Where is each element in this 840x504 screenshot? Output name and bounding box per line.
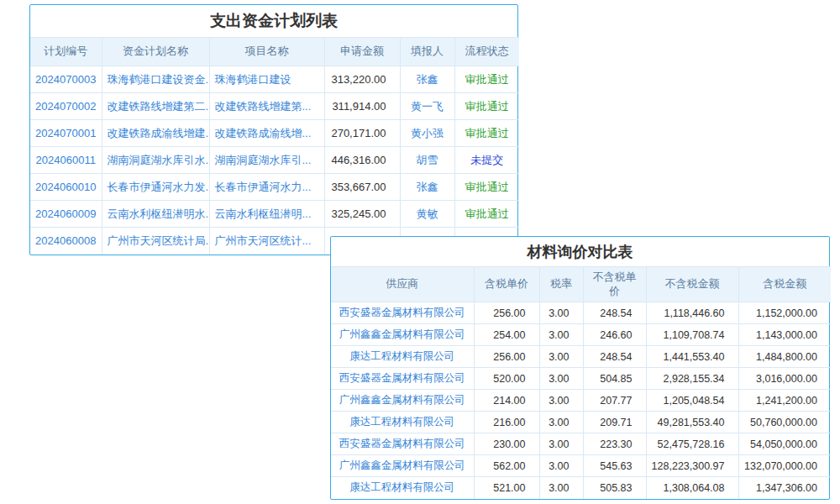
column-header: 申请金额 xyxy=(324,38,400,66)
plan-no-link[interactable]: 2024070002 xyxy=(30,93,102,120)
supplier-link[interactable]: 康达工程材料有限公司 xyxy=(331,477,474,499)
reporter-cell: 黄敏 xyxy=(400,201,454,228)
amount-excl-cell: 49,281,553.40 xyxy=(646,412,738,433)
fund-plan-name-link[interactable]: 改建铁路线增建第二... xyxy=(102,93,209,120)
supplier-link[interactable]: 广州鑫鑫金属材料有限公司 xyxy=(331,390,474,412)
amount-incl-cell: 1,241,200.00 xyxy=(738,390,831,412)
fund-plan-name-link[interactable]: 湖南洞庭湖水库引水... xyxy=(102,147,209,174)
table-row: 康达工程材料有限公司216.003.00209.7149,281,553.405… xyxy=(331,412,831,433)
table-row: 2024070001改建铁路成渝线增建...改建铁路成渝线增...270,171… xyxy=(30,120,519,147)
tax-rate-cell: 3.00 xyxy=(539,455,583,477)
table-row: 康达工程材料有限公司521.003.00505.831,308,064.081,… xyxy=(331,477,831,499)
fund-plan-name-link[interactable]: 广州市天河区统计局... xyxy=(102,228,209,255)
project-name-link[interactable]: 云南水利枢纽潜明... xyxy=(209,201,324,228)
table-row: 2024060011湖南洞庭湖水库引水...湖南洞庭湖水库引...446,316… xyxy=(30,147,519,174)
supplier-link[interactable]: 广州鑫鑫金属材料有限公司 xyxy=(331,324,474,346)
project-name-link[interactable]: 广州市天河区统计... xyxy=(209,228,324,255)
amount-cell: 325,245.00 xyxy=(324,201,400,228)
column-header: 项目名称 xyxy=(209,38,324,66)
expenditure-plan-card: 支出资金计划列表 计划编号资金计划名称项目名称申请金额填报人流程状态 20240… xyxy=(29,4,518,255)
plan-no-link[interactable]: 2024060008 xyxy=(30,228,102,255)
reporter-cell: 张鑫 xyxy=(400,66,454,93)
unit-price-excl-cell: 248.54 xyxy=(583,346,646,368)
amount-incl-cell: 3,016,000.00 xyxy=(738,368,831,390)
tax-rate-cell: 3.00 xyxy=(539,368,583,390)
amount-excl-cell: 1,109,708.74 xyxy=(646,324,738,346)
table-row: 西安盛器金属材料有限公司230.003.00223.3052,475,728.1… xyxy=(331,433,831,455)
plan-no-link[interactable]: 2024060010 xyxy=(30,174,102,201)
unit-price-incl-cell: 254.00 xyxy=(474,324,539,346)
amount-cell: 446,316.00 xyxy=(324,147,400,174)
plan-table-title: 支出资金计划列表 xyxy=(30,5,517,37)
column-header: 填报人 xyxy=(400,38,454,66)
supplier-link[interactable]: 康达工程材料有限公司 xyxy=(331,412,474,433)
amount-incl-cell: 1,484,800.00 xyxy=(738,346,831,368)
quote-table-title: 材料询价对比表 xyxy=(331,237,829,266)
unit-price-incl-cell: 256.00 xyxy=(474,346,539,368)
quote-table: 供应商含税单价税率不含税单价不含税金额含税金额 西安盛器金属材料有限公司256.… xyxy=(331,266,831,499)
table-row: 2024060009云南水利枢纽潜明水...云南水利枢纽潜明...325,245… xyxy=(30,201,519,228)
supplier-link[interactable]: 西安盛器金属材料有限公司 xyxy=(331,368,474,390)
amount-incl-cell: 1,143,000.00 xyxy=(738,324,831,346)
column-header: 不含税单价 xyxy=(583,267,646,302)
status-link[interactable]: 审批通过 xyxy=(454,93,519,120)
amount-incl-cell: 1,152,000.00 xyxy=(738,302,831,324)
plan-no-link[interactable]: 2024070001 xyxy=(30,120,102,147)
unit-price-incl-cell: 230.00 xyxy=(474,433,539,455)
fund-plan-name-link[interactable]: 珠海鹤港口建设资金... xyxy=(102,66,209,93)
supplier-link[interactable]: 西安盛器金属材料有限公司 xyxy=(331,433,474,455)
tax-rate-cell: 3.00 xyxy=(539,346,583,368)
supplier-link[interactable]: 西安盛器金属材料有限公司 xyxy=(331,302,474,324)
project-name-link[interactable]: 湖南洞庭湖水库引... xyxy=(209,147,324,174)
column-header: 含税金额 xyxy=(738,267,831,302)
unit-price-incl-cell: 521.00 xyxy=(474,477,539,499)
unit-price-incl-cell: 520.00 xyxy=(474,368,539,390)
status-link[interactable]: 未提交 xyxy=(454,147,519,174)
status-link[interactable]: 审批通过 xyxy=(454,201,519,228)
tax-rate-cell: 3.00 xyxy=(539,433,583,455)
status-link[interactable]: 审批通过 xyxy=(454,66,519,93)
amount-excl-cell: 1,118,446.60 xyxy=(646,302,738,324)
column-header: 含税单价 xyxy=(474,267,539,302)
project-name-link[interactable]: 改建铁路线增建第... xyxy=(209,93,324,120)
project-name-link[interactable]: 改建铁路成渝线增... xyxy=(209,120,324,147)
table-row: 广州鑫鑫金属材料有限公司214.003.00207.771,205,048.54… xyxy=(331,390,831,412)
supplier-link[interactable]: 广州鑫鑫金属材料有限公司 xyxy=(331,455,474,477)
amount-excl-cell: 128,223,300.97 xyxy=(646,455,738,477)
amount-excl-cell: 1,308,064.08 xyxy=(646,477,738,499)
plan-no-link[interactable]: 2024060011 xyxy=(30,147,102,174)
project-name-link[interactable]: 珠海鹤港口建设 xyxy=(209,66,324,93)
plan-no-link[interactable]: 2024070003 xyxy=(30,66,102,93)
fund-plan-name-link[interactable]: 云南水利枢纽潜明水... xyxy=(102,201,209,228)
reporter-cell: 张鑫 xyxy=(400,174,454,201)
unit-price-incl-cell: 214.00 xyxy=(474,390,539,412)
status-link[interactable]: 审批通过 xyxy=(454,174,519,201)
project-name-link[interactable]: 长春市伊通河水力... xyxy=(209,174,324,201)
column-header: 供应商 xyxy=(331,267,474,302)
fund-plan-name-link[interactable]: 长春市伊通河水力发... xyxy=(102,174,209,201)
amount-cell: 270,171.00 xyxy=(324,120,400,147)
reporter-cell: 黄一飞 xyxy=(400,93,454,120)
amount-incl-cell: 54,050,000.00 xyxy=(738,433,831,455)
status-link[interactable]: 审批通过 xyxy=(454,120,519,147)
tax-rate-cell: 3.00 xyxy=(539,324,583,346)
unit-price-excl-cell: 223.30 xyxy=(583,433,646,455)
amount-excl-cell: 1,441,553.40 xyxy=(646,346,738,368)
plan-no-link[interactable]: 2024060009 xyxy=(30,201,102,228)
amount-excl-cell: 52,475,728.16 xyxy=(646,433,738,455)
column-header: 计划编号 xyxy=(30,38,102,66)
table-row: 西安盛器金属材料有限公司520.003.00504.852,928,155.34… xyxy=(331,368,831,390)
unit-price-excl-cell: 248.54 xyxy=(583,302,646,324)
amount-incl-cell: 132,070,000.00 xyxy=(738,455,831,477)
unit-price-incl-cell: 256.00 xyxy=(474,302,539,324)
supplier-link[interactable]: 康达工程材料有限公司 xyxy=(331,346,474,368)
amount-incl-cell: 50,760,000.00 xyxy=(738,412,831,433)
table-row: 西安盛器金属材料有限公司256.003.00248.541,118,446.60… xyxy=(331,302,831,324)
unit-price-excl-cell: 246.60 xyxy=(583,324,646,346)
tax-rate-cell: 3.00 xyxy=(539,390,583,412)
table-row: 广州鑫鑫金属材料有限公司562.003.00545.63128,223,300.… xyxy=(331,455,831,477)
material-quote-card: 材料询价对比表 供应商含税单价税率不含税单价不含税金额含税金额 西安盛器金属材料… xyxy=(330,236,830,500)
fund-plan-name-link[interactable]: 改建铁路成渝线增建... xyxy=(102,120,209,147)
plan-table: 计划编号资金计划名称项目名称申请金额填报人流程状态 2024070003珠海鹤港… xyxy=(30,37,519,255)
tax-rate-cell: 3.00 xyxy=(539,412,583,433)
